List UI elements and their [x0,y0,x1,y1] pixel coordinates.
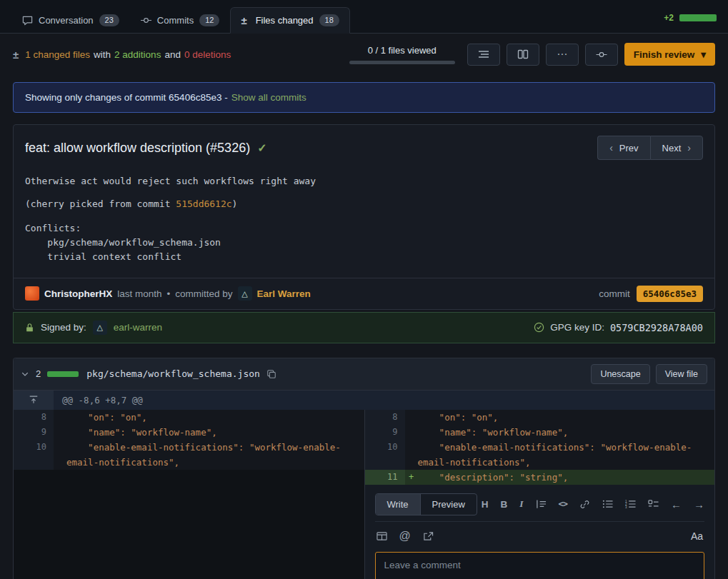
additions-count: 2 additions [114,49,161,60]
author-name[interactable]: ChristopherHX [44,288,112,299]
unescape-button[interactable]: Unescape [591,364,649,384]
svg-text:3: 3 [625,505,627,509]
mention-icon[interactable]: @ [399,530,411,543]
editor-toolbar: Write Preview H B I <> [375,493,705,522]
more-options-button[interactable]: ⋯ [546,44,579,66]
commit-filter-banner: Showing only changes of commit 65406c85e… [13,82,715,113]
banner-text: Showing only changes of commit 65406c85e… [25,92,228,103]
table-icon[interactable] [377,531,387,541]
file-name: pkg/schema/workflow_schema.json [86,368,260,379]
code-line-old: "on": "on", [66,410,364,425]
commit-message-body: Otherwise act would reject such workflow… [14,166,714,277]
diff-row: 9 "name": "workflow-name", 9 "name": "wo… [14,425,714,440]
files-viewed-progress: 0 / 1 files viewed [349,45,455,64]
line-number-new[interactable]: 8 [365,410,405,425]
cherry-pick-commit-link[interactable]: 515dd6612c [176,198,231,209]
inline-comment-row: Write Preview H B I <> [14,485,714,579]
code-line-added: "description": "string", [418,470,715,485]
tab-commits[interactable]: Commits 12 [130,7,231,34]
line-number-new[interactable]: 9 [365,425,405,440]
committer-name[interactable]: Earl Warren [257,288,311,299]
tab-files-changed[interactable]: ± Files changed 18 [230,7,349,34]
conversation-count-badge: 23 [99,14,119,26]
diff-row: 8 "on": "on", 8 "on": "on", [14,410,714,425]
finish-review-button[interactable]: Finish review ▾ [624,43,715,66]
chevron-right-icon: › [687,142,691,153]
text-size-button[interactable]: Aa [691,530,703,542]
commit-picker-button[interactable] [585,44,618,66]
summary-text: with [94,49,111,60]
comment-input[interactable] [375,552,705,579]
ellipsis-icon: ⋯ [557,48,567,61]
commit-hash-badge[interactable]: 65406c85e3 [637,286,703,302]
changed-files-link[interactable]: 1 changed files [25,49,90,60]
hunk-header-row: @@ -8,6 +8,7 @@ [14,391,714,410]
line-number-old[interactable]: 9 [14,425,54,440]
commit-author-row: ChristopherHX last month • committed by … [14,278,714,309]
diff-sign [405,440,418,470]
tab-preview[interactable]: Preview [420,494,477,515]
split-view-toggle-button[interactable] [507,44,539,66]
unordered-list-icon[interactable] [602,499,613,509]
commit-message-box: feat: allow workflow description (#5326)… [13,124,715,309]
file-change-count: 2 [36,368,41,379]
reference-icon[interactable] [423,531,434,541]
undo-icon[interactable]: ← [671,498,682,510]
bullet-separator: • [167,288,171,299]
next-commit-button[interactable]: Next › [650,136,703,160]
committed-by-label: committed by [175,288,232,299]
ordered-list-icon[interactable]: 123 [625,499,636,509]
verified-check-icon [534,322,544,333]
code-line-new: "name": "workflow-name", [418,425,715,440]
italic-icon[interactable]: I [519,498,523,510]
expand-hunk-button[interactable] [14,391,54,410]
show-all-commits-link[interactable]: Show all commits [231,92,306,103]
prev-label: Prev [619,143,639,153]
bold-icon[interactable]: B [501,499,508,510]
summary-text: and [164,49,181,60]
diff-row: 10 "enable-email-notifications": "workfl… [14,440,714,470]
heading-icon[interactable]: H [482,499,489,510]
editor-toolbar-secondary: @ Aa [375,522,705,543]
diff-summary-row: ± 1 changed files with 2 additions and 0… [0,34,728,74]
diff-sign [54,440,66,470]
signer-link[interactable]: earl-warren [114,322,162,333]
added-sign: + [405,470,418,485]
commit-status-success-icon[interactable]: ✓ [257,141,266,155]
line-number-old[interactable]: 8 [14,410,54,425]
deletions-count: 0 deletions [184,49,231,60]
triangle-logo-icon: △ [241,289,247,298]
author-avatar[interactable] [25,286,39,301]
copy-file-name-icon[interactable] [266,369,276,379]
tab-label: Commits [157,15,194,26]
files-count-badge: 18 [319,14,339,26]
tab-label: Files changed [256,15,314,26]
caret-down-icon: ▾ [701,49,706,60]
comment-icon [22,15,33,26]
line-number-old[interactable]: 10 [14,440,54,470]
code-line-old: "enable-email-notifications": "workflow-… [66,440,364,470]
commits-count-badge: 12 [199,14,219,26]
tab-write[interactable]: Write [376,494,420,515]
line-number-new[interactable]: 11 [365,470,405,485]
diff-icon: ± [13,49,19,61]
tab-conversation[interactable]: Conversation 23 [11,7,130,34]
quote-icon[interactable] [536,499,547,509]
committer-avatar[interactable]: △ [238,286,252,301]
diff-sign [405,425,418,440]
redo-icon[interactable]: → [694,498,704,510]
view-file-button[interactable]: View file [656,364,707,384]
whitespace-options-button[interactable] [467,44,500,66]
task-list-icon[interactable] [648,499,659,509]
prev-commit-button[interactable]: ‹ Prev [597,136,649,160]
gpg-key-id: 0579CB2928A78A00 [610,322,703,333]
commit-title: feat: allow workflow description (#5326) [25,141,250,156]
diff-sign [54,425,66,440]
diff-sign [54,410,66,425]
code-icon[interactable]: <> [559,499,567,509]
signer-avatar[interactable]: △ [93,321,107,335]
link-icon[interactable] [579,499,590,510]
collapse-file-chevron-icon[interactable] [21,370,29,378]
files-viewed-bar [349,61,455,64]
line-number-new[interactable]: 10 [365,440,405,470]
